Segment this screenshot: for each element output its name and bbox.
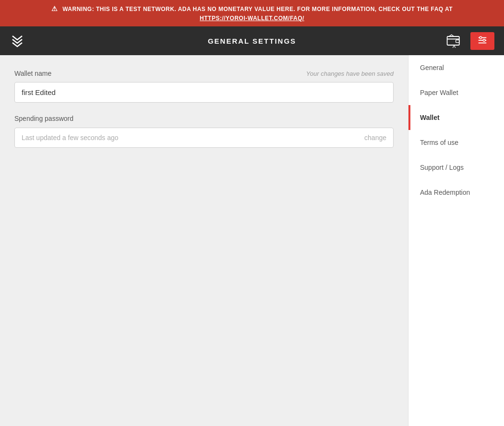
logo-icon (10, 32, 25, 49)
logo-area (10, 32, 25, 49)
page-title: GENERAL SETTINGS (208, 37, 296, 45)
wallet-icon-button[interactable] (444, 30, 465, 51)
wallet-name-input[interactable] (14, 82, 394, 103)
sidebar: General Paper Wallet Wallet Terms of use… (408, 55, 504, 426)
warning-banner: ⚠ WARNING: THIS IS A TEST NETWORK. ADA H… (0, 0, 504, 26)
spending-password-label: Spending password (14, 115, 73, 122)
main-content: Wallet name Your changes have been saved… (0, 55, 408, 426)
svg-rect-0 (447, 36, 459, 45)
layout: Wallet name Your changes have been saved… (0, 55, 504, 426)
sidebar-label-terms-of-use: Terms of use (420, 139, 458, 146)
warning-icon: ⚠ (51, 4, 58, 14)
header: GENERAL SETTINGS (0, 26, 504, 55)
svg-point-5 (480, 36, 482, 39)
sidebar-label-general: General (420, 64, 444, 71)
sidebar-label-paper-wallet: Paper Wallet (420, 89, 458, 96)
svg-point-6 (483, 39, 485, 41)
header-actions (444, 30, 494, 51)
spending-password-field: Last updated a few seconds ago change (14, 128, 394, 148)
sidebar-item-support-logs[interactable]: Support / Logs (408, 155, 504, 180)
wallet-name-row: Wallet name Your changes have been saved (14, 70, 394, 77)
spending-password-label-wrap: Spending password (14, 114, 394, 123)
sidebar-item-paper-wallet[interactable]: Paper Wallet (408, 80, 504, 105)
sidebar-label-support-logs: Support / Logs (420, 164, 464, 171)
sidebar-item-wallet[interactable]: Wallet (408, 105, 504, 130)
sidebar-label-wallet: Wallet (420, 114, 440, 121)
change-password-button[interactable]: change (364, 134, 386, 142)
settings-button[interactable] (470, 32, 494, 50)
sidebar-item-ada-redemption[interactable]: Ada Redemption (408, 180, 504, 205)
wallet-name-label: Wallet name (14, 70, 51, 77)
warning-text: WARNING: THIS IS A TEST NETWORK. ADA HAS… (62, 6, 453, 12)
sidebar-item-general[interactable]: General (408, 55, 504, 80)
sidebar-label-ada-redemption: Ada Redemption (420, 189, 470, 196)
svg-rect-1 (456, 40, 459, 42)
sidebar-item-terms-of-use[interactable]: Terms of use (408, 130, 504, 155)
password-last-updated: Last updated a few seconds ago (22, 134, 119, 142)
saved-message: Your changes have been saved (306, 70, 394, 77)
warning-link[interactable]: HTTPS://YOROI-WALLET.COM/FAQ/ (8, 14, 496, 23)
